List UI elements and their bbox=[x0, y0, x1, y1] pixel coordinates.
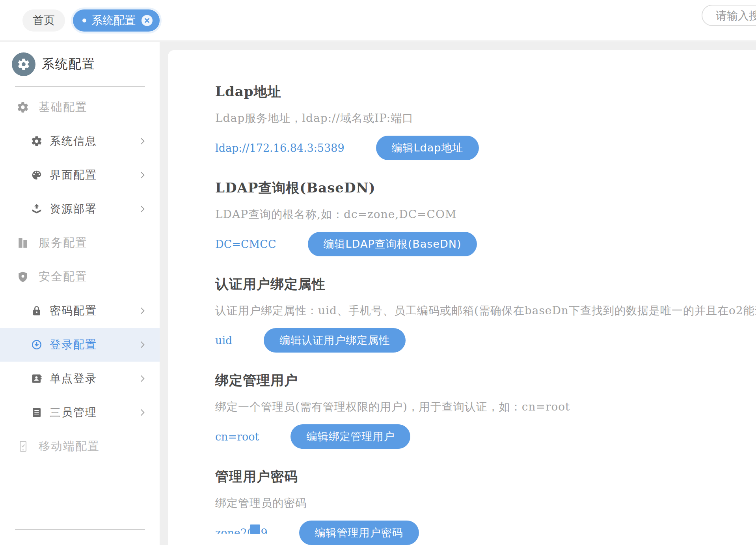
sidebar-item-label: 安全配置 bbox=[39, 269, 88, 285]
document-icon bbox=[31, 407, 43, 418]
sidebar-item-label: 资源部署 bbox=[50, 202, 97, 217]
sidebar: 系统配置 基础配置 系统信息 bbox=[0, 42, 160, 545]
edit-auth-bind-attribute-button[interactable]: 编辑认证用户绑定属性 bbox=[264, 328, 406, 353]
sidebar-item-label: 三员管理 bbox=[50, 405, 97, 420]
chevron-right-icon bbox=[137, 136, 147, 146]
topbar: 首页 系统配置 bbox=[0, 0, 756, 41]
value-row: cn=root 编辑绑定管理用户 bbox=[215, 424, 756, 449]
sidebar-item-login-config[interactable]: 登录配置 bbox=[0, 328, 160, 362]
mobile-phone-icon bbox=[17, 440, 29, 453]
content-area: 系统配置 基础配置 系统信息 bbox=[0, 42, 756, 545]
gear-icon bbox=[17, 101, 29, 114]
tab-home-label: 首页 bbox=[33, 13, 55, 28]
chevron-right-icon bbox=[137, 306, 147, 316]
value-row: uid 编辑认证用户绑定属性 bbox=[215, 328, 756, 353]
admin-password-value: zone2009 bbox=[215, 527, 268, 539]
section-title: LDAP查询根(BaseDN) bbox=[215, 179, 756, 196]
sidebar-item-label: 基础配置 bbox=[39, 99, 88, 115]
tab-system-config-label: 系统配置 bbox=[91, 13, 136, 28]
sidebar-item-system-info[interactable]: 系统信息 bbox=[0, 124, 160, 158]
section-title: 绑定管理用户 bbox=[215, 371, 756, 389]
sidebar-item-security-config[interactable]: 安全配置 bbox=[0, 260, 160, 294]
edit-ldap-basedn-button[interactable]: 编辑LDAP查询根(BaseDN) bbox=[308, 232, 477, 256]
sidebar-item-label: 界面配置 bbox=[50, 168, 97, 183]
chevron-right-icon bbox=[137, 407, 147, 418]
sidebar-item-basic-config[interactable]: 基础配置 bbox=[0, 90, 160, 124]
section-description: 认证用户绑定属性：uid、手机号、员工编码或邮箱(需确保在baseDn下查找到的… bbox=[215, 304, 756, 318]
sidebar-item-label: 系统信息 bbox=[50, 134, 97, 149]
app-root: { "topbar": { "tabs": [ { "label": "首页",… bbox=[0, 0, 756, 545]
login-icon bbox=[31, 339, 43, 351]
edit-admin-password-button[interactable]: 编辑管理用户密码 bbox=[299, 521, 419, 545]
chevron-right-icon bbox=[137, 340, 147, 350]
section-title: Ldap地址 bbox=[215, 83, 756, 100]
sidebar-item-resource-deploy[interactable]: 资源部署 bbox=[0, 192, 160, 226]
chevron-right-icon bbox=[137, 170, 147, 180]
server-icon bbox=[17, 237, 29, 249]
sidebar-menu: 基础配置 系统信息 界面配置 bbox=[0, 90, 160, 463]
sidebar-title: 系统配置 bbox=[42, 56, 95, 73]
gear-icon bbox=[31, 135, 43, 147]
sidebar-item-label: 登录配置 bbox=[50, 337, 97, 352]
edit-bind-admin-user-button[interactable]: 编辑绑定管理用户 bbox=[290, 424, 410, 449]
value-row: ldap://172.16.84.3:5389 编辑Ldap地址 bbox=[215, 136, 756, 160]
search-input[interactable] bbox=[702, 5, 756, 26]
close-tab-icon[interactable] bbox=[141, 14, 153, 27]
value-row: zone2009 编辑管理用户密码 bbox=[215, 521, 756, 545]
sidebar-item-label: 单点登录 bbox=[50, 371, 97, 386]
lock-icon bbox=[31, 305, 43, 317]
shield-icon bbox=[17, 271, 29, 283]
section-ldap-basedn: LDAP查询根(BaseDN) LDAP查询的根名称,如：dc=zone,DC=… bbox=[215, 179, 756, 256]
palette-icon bbox=[31, 169, 43, 181]
value-row: DC=CMCC 编辑LDAP查询根(BaseDN) bbox=[215, 232, 756, 256]
bind-admin-user-value: cn=root bbox=[215, 431, 259, 443]
section-description: Ldap服务地址，ldap://域名或IP:端口 bbox=[215, 111, 756, 125]
section-bind-admin-user: 绑定管理用户 绑定一个管理员(需有管理权限的用户)，用于查询认证，如：cn=ro… bbox=[215, 371, 756, 449]
gear-badge-icon bbox=[12, 52, 35, 76]
section-description: 绑定管理员的密码 bbox=[215, 496, 756, 510]
settings-panel: Ldap地址 Ldap服务地址，ldap://域名或IP:端口 ldap://1… bbox=[168, 50, 756, 545]
sidebar-divider bbox=[15, 86, 145, 87]
sidebar-bottom-divider bbox=[15, 529, 145, 530]
section-auth-bind-attribute: 认证用户绑定属性 认证用户绑定属性：uid、手机号、员工编码或邮箱(需确保在ba… bbox=[215, 275, 756, 353]
sidebar-item-mobile-config[interactable]: 移动端配置 bbox=[0, 429, 160, 463]
sidebar-header: 系统配置 bbox=[0, 42, 160, 86]
sidebar-item-ui-config[interactable]: 界面配置 bbox=[0, 158, 160, 192]
section-title: 认证用户绑定属性 bbox=[215, 275, 756, 293]
ldap-basedn-value: DC=CMCC bbox=[215, 238, 276, 250]
section-ldap-address: Ldap地址 Ldap服务地址，ldap://域名或IP:端口 ldap://1… bbox=[215, 83, 756, 160]
section-title: 管理用户密码 bbox=[215, 468, 756, 485]
upload-icon bbox=[31, 203, 43, 215]
tab-home[interactable]: 首页 bbox=[22, 9, 65, 32]
chevron-right-icon bbox=[137, 373, 147, 384]
section-description: LDAP查询的根名称,如：dc=zone,DC=COM bbox=[215, 207, 756, 222]
section-description: 绑定一个管理员(需有管理权限的用户)，用于查询认证，如：cn=root bbox=[215, 400, 756, 414]
chevron-right-icon bbox=[137, 204, 147, 214]
sidebar-item-label: 移动端配置 bbox=[39, 439, 100, 454]
sidebar-item-password-config[interactable]: 密码配置 bbox=[0, 294, 160, 328]
id-card-icon bbox=[31, 373, 43, 384]
sidebar-item-three-role-management[interactable]: 三员管理 bbox=[0, 396, 160, 429]
auth-bind-attribute-value: uid bbox=[215, 334, 232, 347]
sidebar-item-label: 服务配置 bbox=[39, 235, 88, 251]
sidebar-item-service-config[interactable]: 服务配置 bbox=[0, 226, 160, 260]
section-admin-password: 管理用户密码 绑定管理员的密码 zone2009 编辑管理用户密码 bbox=[215, 468, 756, 545]
password-mask-blob bbox=[250, 524, 260, 534]
main-background: Ldap地址 Ldap服务地址，ldap://域名或IP:端口 ldap://1… bbox=[160, 42, 756, 545]
edit-ldap-address-button[interactable]: 编辑Ldap地址 bbox=[376, 136, 479, 160]
sidebar-item-label: 密码配置 bbox=[50, 303, 97, 318]
sidebar-item-single-sign-on[interactable]: 单点登录 bbox=[0, 362, 160, 396]
ldap-address-value: ldap://172.16.84.3:5389 bbox=[215, 142, 344, 154]
tab-system-config[interactable]: 系统配置 bbox=[73, 9, 160, 32]
active-dot-icon bbox=[82, 19, 86, 22]
